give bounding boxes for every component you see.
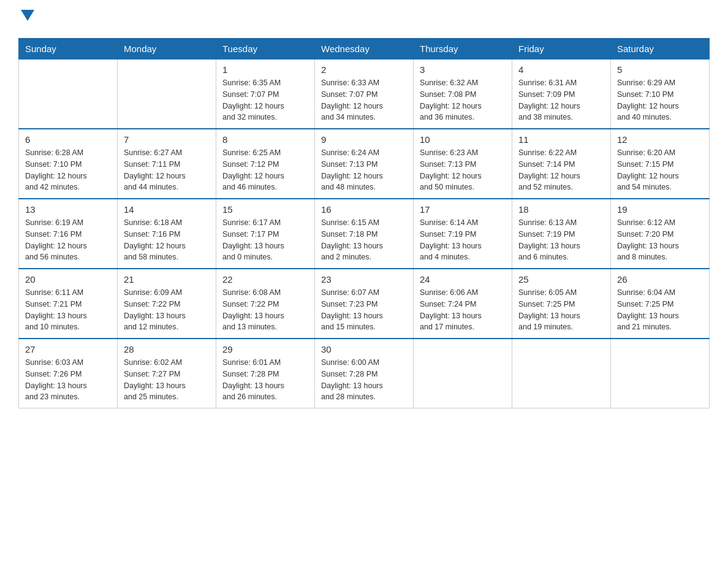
calendar-cell: 17Sunrise: 6:14 AM Sunset: 7:19 PM Dayli… xyxy=(414,199,512,269)
day-info: Sunrise: 6:00 AM Sunset: 7:28 PM Dayligh… xyxy=(321,357,407,403)
calendar-cell: 22Sunrise: 6:08 AM Sunset: 7:22 PM Dayli… xyxy=(216,269,315,339)
day-info: Sunrise: 6:35 AM Sunset: 7:07 PM Dayligh… xyxy=(222,77,308,123)
day-of-week-header: Saturday xyxy=(611,39,710,59)
day-number: 21 xyxy=(124,274,210,285)
calendar-cell: 3Sunrise: 6:32 AM Sunset: 7:08 PM Daylig… xyxy=(414,59,512,129)
day-number: 8 xyxy=(222,134,308,145)
day-number: 28 xyxy=(124,344,210,354)
calendar-cell: 7Sunrise: 6:27 AM Sunset: 7:11 PM Daylig… xyxy=(118,129,216,199)
day-number: 7 xyxy=(124,134,210,145)
day-number: 18 xyxy=(518,204,604,215)
day-of-week-header: Wednesday xyxy=(315,39,414,59)
day-number: 24 xyxy=(420,274,506,285)
day-number: 16 xyxy=(321,204,407,215)
day-info: Sunrise: 6:24 AM Sunset: 7:13 PM Dayligh… xyxy=(321,147,407,193)
day-info: Sunrise: 6:19 AM Sunset: 7:16 PM Dayligh… xyxy=(25,217,111,263)
calendar-cell: 21Sunrise: 6:09 AM Sunset: 7:22 PM Dayli… xyxy=(118,269,216,339)
calendar-cell: 25Sunrise: 6:05 AM Sunset: 7:25 PM Dayli… xyxy=(512,269,611,339)
calendar-cell: 9Sunrise: 6:24 AM Sunset: 7:13 PM Daylig… xyxy=(315,129,414,199)
day-number: 26 xyxy=(617,274,703,285)
day-number: 30 xyxy=(321,344,407,354)
calendar-cell: 30Sunrise: 6:00 AM Sunset: 7:28 PM Dayli… xyxy=(315,339,414,408)
day-number: 9 xyxy=(321,134,407,145)
day-number: 29 xyxy=(222,344,308,354)
day-number: 2 xyxy=(321,64,407,75)
calendar-cell xyxy=(611,339,710,408)
day-of-week-header: Sunday xyxy=(19,39,118,59)
calendar-cell: 4Sunrise: 6:31 AM Sunset: 7:09 PM Daylig… xyxy=(512,59,611,129)
day-info: Sunrise: 6:08 AM Sunset: 7:22 PM Dayligh… xyxy=(222,287,308,333)
day-info: Sunrise: 6:32 AM Sunset: 7:08 PM Dayligh… xyxy=(420,77,506,123)
day-number: 17 xyxy=(420,204,506,215)
day-number: 27 xyxy=(25,344,111,354)
day-number: 25 xyxy=(518,274,604,285)
day-info: Sunrise: 6:23 AM Sunset: 7:13 PM Dayligh… xyxy=(420,147,506,193)
day-info: Sunrise: 6:03 AM Sunset: 7:26 PM Dayligh… xyxy=(25,357,111,403)
day-info: Sunrise: 6:11 AM Sunset: 7:21 PM Dayligh… xyxy=(25,287,111,333)
day-number: 11 xyxy=(518,134,604,145)
day-info: Sunrise: 6:22 AM Sunset: 7:14 PM Dayligh… xyxy=(518,147,604,193)
day-number: 19 xyxy=(617,204,703,215)
calendar-cell: 27Sunrise: 6:03 AM Sunset: 7:26 PM Dayli… xyxy=(19,339,118,408)
day-info: Sunrise: 6:12 AM Sunset: 7:20 PM Dayligh… xyxy=(617,217,703,263)
calendar-cell: 29Sunrise: 6:01 AM Sunset: 7:28 PM Dayli… xyxy=(216,339,315,408)
calendar-cell: 11Sunrise: 6:22 AM Sunset: 7:14 PM Dayli… xyxy=(512,129,611,199)
calendar-week-row: 20Sunrise: 6:11 AM Sunset: 7:21 PM Dayli… xyxy=(19,269,710,339)
day-info: Sunrise: 6:09 AM Sunset: 7:22 PM Dayligh… xyxy=(124,287,210,333)
day-info: Sunrise: 6:33 AM Sunset: 7:07 PM Dayligh… xyxy=(321,77,407,123)
day-info: Sunrise: 6:31 AM Sunset: 7:09 PM Dayligh… xyxy=(518,77,604,123)
calendar-cell xyxy=(19,59,118,129)
calendar-table: SundayMondayTuesdayWednesdayThursdayFrid… xyxy=(18,38,710,408)
day-info: Sunrise: 6:29 AM Sunset: 7:10 PM Dayligh… xyxy=(617,77,703,123)
calendar-cell: 13Sunrise: 6:19 AM Sunset: 7:16 PM Dayli… xyxy=(19,199,118,269)
calendar-week-row: 27Sunrise: 6:03 AM Sunset: 7:26 PM Dayli… xyxy=(19,339,710,408)
calendar-cell: 2Sunrise: 6:33 AM Sunset: 7:07 PM Daylig… xyxy=(315,59,414,129)
day-info: Sunrise: 6:27 AM Sunset: 7:11 PM Dayligh… xyxy=(124,147,210,193)
day-info: Sunrise: 6:01 AM Sunset: 7:28 PM Dayligh… xyxy=(222,357,308,403)
day-of-week-header: Thursday xyxy=(414,39,512,59)
calendar-cell: 18Sunrise: 6:13 AM Sunset: 7:19 PM Dayli… xyxy=(512,199,611,269)
calendar-cell: 5Sunrise: 6:29 AM Sunset: 7:10 PM Daylig… xyxy=(611,59,710,129)
day-number: 15 xyxy=(222,204,308,215)
calendar-cell: 14Sunrise: 6:18 AM Sunset: 7:16 PM Dayli… xyxy=(118,199,216,269)
calendar-week-row: 13Sunrise: 6:19 AM Sunset: 7:16 PM Dayli… xyxy=(19,199,710,269)
svg-marker-0 xyxy=(21,10,34,21)
day-info: Sunrise: 6:07 AM Sunset: 7:23 PM Dayligh… xyxy=(321,287,407,333)
calendar-cell xyxy=(414,339,512,408)
page-header xyxy=(18,12,710,26)
calendar-cell xyxy=(118,59,216,129)
day-info: Sunrise: 6:14 AM Sunset: 7:19 PM Dayligh… xyxy=(420,217,506,263)
day-info: Sunrise: 6:04 AM Sunset: 7:25 PM Dayligh… xyxy=(617,287,703,333)
day-of-week-header: Tuesday xyxy=(216,39,315,59)
day-info: Sunrise: 6:18 AM Sunset: 7:16 PM Dayligh… xyxy=(124,217,210,263)
calendar-cell: 12Sunrise: 6:20 AM Sunset: 7:15 PM Dayli… xyxy=(611,129,710,199)
calendar-cell: 23Sunrise: 6:07 AM Sunset: 7:23 PM Dayli… xyxy=(315,269,414,339)
day-info: Sunrise: 6:28 AM Sunset: 7:10 PM Dayligh… xyxy=(25,147,111,193)
day-info: Sunrise: 6:02 AM Sunset: 7:27 PM Dayligh… xyxy=(124,357,210,403)
calendar-cell: 16Sunrise: 6:15 AM Sunset: 7:18 PM Dayli… xyxy=(315,199,414,269)
day-number: 22 xyxy=(222,274,308,285)
calendar-cell xyxy=(512,339,611,408)
day-number: 10 xyxy=(420,134,506,145)
logo-triangle-icon xyxy=(21,10,34,21)
calendar-cell: 10Sunrise: 6:23 AM Sunset: 7:13 PM Dayli… xyxy=(414,129,512,199)
day-number: 14 xyxy=(124,204,210,215)
calendar-cell: 26Sunrise: 6:04 AM Sunset: 7:25 PM Dayli… xyxy=(611,269,710,339)
calendar-cell: 28Sunrise: 6:02 AM Sunset: 7:27 PM Dayli… xyxy=(118,339,216,408)
day-info: Sunrise: 6:20 AM Sunset: 7:15 PM Dayligh… xyxy=(617,147,703,193)
day-of-week-header: Friday xyxy=(512,39,611,59)
day-number: 1 xyxy=(222,64,308,75)
calendar-cell: 24Sunrise: 6:06 AM Sunset: 7:24 PM Dayli… xyxy=(414,269,512,339)
calendar-cell: 6Sunrise: 6:28 AM Sunset: 7:10 PM Daylig… xyxy=(19,129,118,199)
day-of-week-header: Monday xyxy=(118,39,216,59)
day-number: 4 xyxy=(518,64,604,75)
calendar-cell: 1Sunrise: 6:35 AM Sunset: 7:07 PM Daylig… xyxy=(216,59,315,129)
day-info: Sunrise: 6:25 AM Sunset: 7:12 PM Dayligh… xyxy=(222,147,308,193)
day-number: 23 xyxy=(321,274,407,285)
day-number: 5 xyxy=(617,64,703,75)
calendar-week-row: 1Sunrise: 6:35 AM Sunset: 7:07 PM Daylig… xyxy=(19,59,710,129)
day-info: Sunrise: 6:17 AM Sunset: 7:17 PM Dayligh… xyxy=(222,217,308,263)
calendar-cell: 8Sunrise: 6:25 AM Sunset: 7:12 PM Daylig… xyxy=(216,129,315,199)
day-number: 13 xyxy=(25,204,111,215)
day-info: Sunrise: 6:06 AM Sunset: 7:24 PM Dayligh… xyxy=(420,287,506,333)
